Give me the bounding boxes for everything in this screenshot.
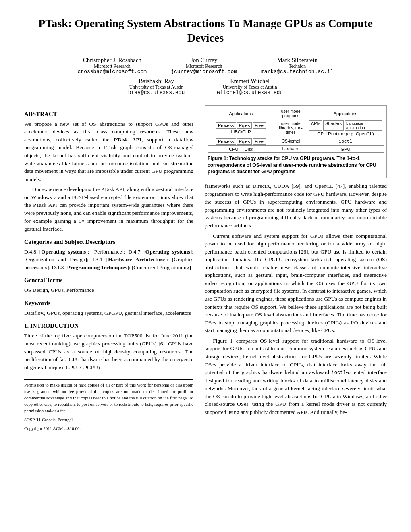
intro-right-p2: Current software and system support for …: [205, 232, 387, 335]
fig-cpu-files: Files: [253, 122, 266, 129]
page-content: PTask: Operating System Abstractions To …: [24, 16, 387, 434]
left-column: ABSTRACT We propose a new set of OS abst…: [24, 105, 193, 434]
intro-p1: Three of the top five supercomputers on …: [24, 332, 193, 371]
figure-table: Applications user-mode programs Applicat…: [208, 108, 384, 153]
authors-row-2: Baishakhi Ray University of Texas at Aus…: [24, 78, 387, 96]
categories-heading: Categories and Subject Descriptors: [24, 239, 193, 245]
fig-gpu-runtime: GPU Runtime (e.g. OpenCL): [309, 131, 382, 136]
fig-mid-row2: user-mode libraries, run-times: [274, 119, 307, 137]
abstract-p2: Our experience developing the PTask API,…: [24, 185, 193, 233]
author-silberstein: Mark Silberstein Technion marks@cs.techn…: [261, 57, 333, 75]
footnote-section: Permission to make digital or hard copie…: [24, 379, 193, 432]
fig-cpu-header: Applications: [208, 108, 274, 119]
intro-heading: 1. INTRODUCTION: [24, 322, 193, 329]
author-currey: Jon Currey Microsoft Research jcurrey@mi…: [171, 57, 237, 75]
keywords-heading: Keywords: [24, 300, 193, 307]
fig-cpu-process: Process: [216, 122, 236, 129]
right-column: Applications user-mode programs Applicat…: [205, 105, 387, 434]
fig-gpu-row4: GPU: [307, 145, 384, 152]
authors-section: Christopher J. Rossbach Microsoft Resear…: [24, 57, 387, 96]
authors-row-1: Christopher J. Rossbach Microsoft Resear…: [24, 57, 387, 75]
footnote-p3: Copyright 2011 ACM ...$10.00.: [24, 426, 193, 432]
fig-cpu-process2: Process: [216, 138, 236, 145]
fig-cpu-row4: CPU Disk: [208, 145, 274, 152]
author-rossbach: Christopher J. Rossbach Microsoft Resear…: [78, 57, 147, 75]
footnote-p2: SOSP '11 Cascais, Portugal: [24, 417, 193, 423]
author-witchel: Emmett Witchel University of Texas at Au…: [217, 78, 283, 96]
paper-title: PTask: Operating System Abstractions To …: [24, 16, 387, 46]
fig-gpu-row3: ioctl: [307, 137, 384, 145]
fig-gpu-row2: APIs Shaders Language abstraction GPU Ru…: [307, 119, 384, 137]
intro-right-p1: frameworks such as DirectX, CUDA [59], a…: [205, 182, 387, 229]
categories-text: D.4.8 [Operating systems]: [Performance]…: [24, 248, 193, 272]
fig-gpu-lang: Language abstraction: [345, 120, 382, 131]
fig-cpu-libc: LIBC/CLR: [210, 129, 272, 134]
general-terms-text: OS Design, GPUs, Performance: [24, 286, 193, 294]
keywords-text: Dataflow, GPUs, operating systems, GPGPU…: [24, 309, 193, 317]
general-terms-heading: General Terms: [24, 277, 193, 284]
fig-gpu-header: Applications: [307, 108, 384, 119]
fig-cpu-files2: Files: [253, 138, 266, 145]
author-ray: Baishakhi Ray University of Texas at Aus…: [128, 78, 185, 96]
fig-cpu-row3: Process Pipes Files: [208, 137, 274, 145]
fig-mid-row4: hardware: [274, 145, 307, 152]
abstract-p1: We propose a new set of OS abstractions …: [24, 120, 193, 183]
fig-gpu-shaders: Shaders: [323, 120, 344, 131]
fig-mid-row3: OS-kernel: [274, 137, 307, 145]
footnote-p1: Permission to make digital or hard copie…: [24, 382, 193, 414]
abstract-heading: ABSTRACT: [24, 111, 193, 118]
title-section: PTask: Operating System Abstractions To …: [24, 16, 387, 46]
figure-caption: Figure 1: Technology stacks for CPU vs G…: [208, 155, 384, 175]
fig-cpu-pipes: Pipes: [237, 122, 252, 129]
two-col-layout: ABSTRACT We propose a new set of OS abst…: [24, 105, 387, 434]
fig-mid-header: user-mode programs: [274, 108, 307, 119]
fig-gpu-apis: APIs: [309, 120, 322, 131]
fig-cpu-pipes2: Pipes: [237, 138, 252, 145]
intro-right-p3: Figure 1 compares OS-level support for t…: [205, 337, 387, 416]
figure-1: Applications user-mode programs Applicat…: [205, 105, 387, 178]
fig-cpu-row2: Process Pipes Files LIBC/CLR: [208, 119, 274, 137]
